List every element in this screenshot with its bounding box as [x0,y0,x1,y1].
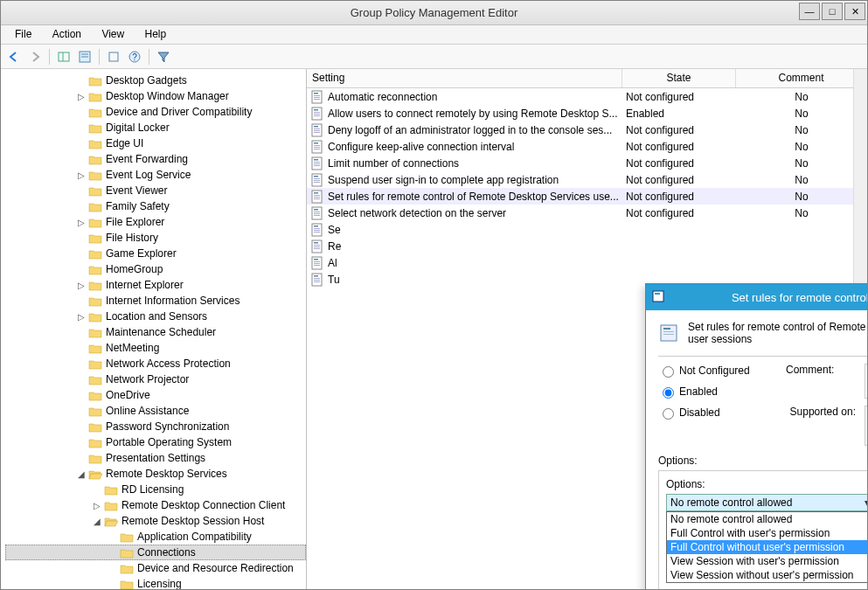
tree-item[interactable]: OneDrive [6,387,306,403]
tree-item[interactable]: Connections [5,545,306,560]
setting-comment: No [736,124,867,136]
menu-file[interactable]: File [6,25,40,40]
combo-option[interactable]: Full Control without user's permission [667,540,867,554]
tree-item[interactable]: Network Access Protection [6,356,306,371]
maximize-button[interactable]: □ [822,3,843,20]
setting-row[interactable]: Al [307,254,867,271]
show-hide-button[interactable] [54,47,73,66]
close-button[interactable]: ✕ [844,3,865,20]
setting-row[interactable]: Limit number of connectionsNot configure… [307,155,867,171]
tree-item-label: Edge UI [106,137,143,149]
expander-icon[interactable]: ▷ [92,501,102,510]
setting-row[interactable]: Configure keep-alive connection interval… [307,138,867,155]
folder-icon [88,248,102,260]
tree-item[interactable]: RD Licensing [6,482,306,497]
tree-item[interactable]: Portable Operating System [6,434,306,450]
tree-item[interactable]: ▷File Explorer [6,214,306,230]
svg-rect-51 [314,230,320,231]
tree-item[interactable]: Desktop Gadgets [6,73,306,88]
setting-row[interactable]: Allow users to connect remotely by using… [307,105,867,121]
back-button[interactable] [4,47,24,66]
setting-row[interactable]: Automatic reconnectionNot configuredNo [307,88,867,105]
expander-icon[interactable]: ◢ [76,469,87,479]
col-setting[interactable]: Setting [307,69,622,87]
tree-item[interactable]: ▷Location and Sensors [6,309,306,324]
expander-icon[interactable]: ▷ [76,92,87,101]
forward-button[interactable] [25,47,45,66]
properties-button[interactable] [75,47,94,66]
comment-textbox[interactable] [865,364,867,399]
tree-item[interactable]: ◢Remote Desktop Session Host [6,513,306,529]
tree-item[interactable]: Digital Locker [6,120,306,135]
tree-item[interactable]: NetMeeting [6,340,306,356]
dialog-titlebar[interactable]: Set rules for remote control of Remote D… [646,284,867,310]
combo-option[interactable]: View Session with user's permission [667,554,867,568]
col-comment[interactable]: Comment [736,69,867,87]
tree-item[interactable]: Edge UI [6,135,306,151]
tree-item[interactable]: Internet Information Services [6,293,306,309]
tree-item[interactable]: ◢Remote Desktop Services [6,466,306,482]
svg-rect-68 [653,291,663,302]
tree-item-label: File Explorer [106,216,164,228]
tree-item[interactable]: Family Safety [6,198,306,214]
tree-item[interactable]: ▷Desktop Window Manager [6,88,306,104]
tree-item[interactable]: ▷Event Log Service [6,167,306,183]
combo-option[interactable]: Full Control with user's permission [667,526,867,540]
combo-option[interactable]: View Session without user's permission [667,568,867,582]
tree-item[interactable]: Device and Driver Compatibility [6,104,306,120]
setting-row[interactable]: Suspend user sign-in to complete app reg… [307,171,867,188]
refresh-button[interactable] [104,47,123,66]
radio-not-configured[interactable]: Not Configured [658,364,772,378]
options-pane: Options: No remote control allowed No re… [658,470,867,589]
tree-item-label: Device and Driver Compatibility [106,106,252,118]
tree-item[interactable]: Licensing [6,576,306,589]
tree-item-label: Maintenance Scheduler [106,326,216,338]
expander-icon[interactable]: ▷ [76,170,87,180]
svg-rect-35 [314,178,320,179]
radio-enabled[interactable]: Enabled [658,385,772,399]
tree-item[interactable]: Maintenance Scheduler [6,324,306,340]
folder-icon [88,343,102,354]
tree-item[interactable]: Event Viewer [6,183,306,198]
setting-row[interactable]: Set rules for remote control of Remote D… [307,188,867,205]
expander-icon[interactable]: ▷ [76,281,87,290]
tree-item[interactable]: Online Assistance [6,403,306,419]
menu-view[interactable]: View [93,25,133,40]
tree-item[interactable]: Device and Resource Redirection [6,560,306,576]
menu-action[interactable]: Action [44,25,90,40]
tree-item[interactable]: Password Synchronization [6,419,306,434]
svg-rect-67 [314,281,320,282]
tree-item[interactable]: Presentation Settings [6,450,306,466]
setting-row[interactable]: Re [307,238,867,254]
setting-name: Automatic reconnection [328,91,437,103]
setting-name: Limit number of connections [328,157,459,170]
menu-help[interactable]: Help [136,25,176,40]
tree-item[interactable]: Application Compatibility [6,529,306,545]
tree-item[interactable]: ▷Internet Explorer [6,277,306,293]
expander-icon[interactable]: ◢ [92,517,102,526]
combo-selected[interactable]: No remote control allowed [666,494,867,511]
options-combo[interactable]: No remote control allowed No remote cont… [666,494,867,583]
help-button[interactable]: ? [125,47,144,66]
tree-item[interactable]: HomeGroup [6,261,306,277]
col-state[interactable]: State [622,69,736,87]
filter-button[interactable] [154,47,173,66]
setting-row[interactable]: Select network detection on the serverNo… [307,205,867,221]
tree-item-label: NetMeeting [106,342,159,354]
minimize-button[interactable]: — [799,3,820,20]
svg-rect-56 [314,246,320,247]
expander-icon[interactable]: ▷ [76,218,87,227]
svg-rect-14 [314,109,318,111]
tree-item[interactable]: ▷Remote Desktop Connection Client [6,497,306,513]
tree-item[interactable]: Network Projector [6,371,306,387]
radio-disabled[interactable]: Disabled [658,406,772,420]
setting-row[interactable]: Deny logoff of an administrator logged i… [307,121,867,138]
expander-icon[interactable]: ▷ [76,312,87,322]
tree-pane[interactable]: Desktop Gadgets▷Desktop Window ManagerDe… [1,69,307,589]
setting-row[interactable]: Se [307,221,867,238]
tree-item[interactable]: Game Explorer [6,246,306,261]
tree-item[interactable]: Event Forwarding [6,151,306,167]
combo-option[interactable]: No remote control allowed [667,512,867,526]
tree-item[interactable]: File History [6,230,306,246]
folder-icon [120,531,134,543]
